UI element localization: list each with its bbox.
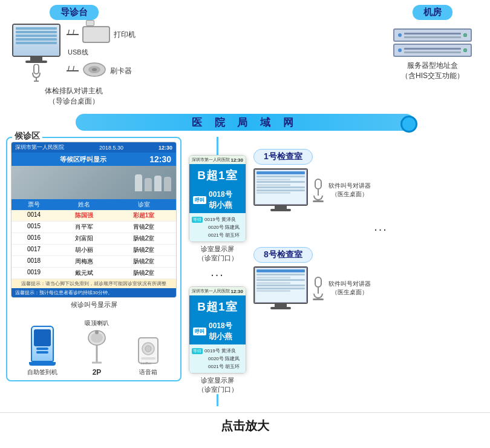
cs-waiting-1: 等待 0019号 黄泽良 0020号 陈建凤 0021号 胡玉环 <box>189 213 246 242</box>
room-8-content: 软件叫号对讲器 （医生桌面） <box>253 266 371 309</box>
top-section: 导诊台 <box>0 0 490 107</box>
clinic-screen-1: 深圳市第一人民医院 12:30 B超1室 呼叫 0018号 胡小燕 等待 001… <box>189 155 246 242</box>
network-bar-area: 医 院 局 域 网 <box>0 114 490 131</box>
sound-box-group: LanBox 语音箱 <box>136 335 160 377</box>
svg-text:LanBox: LanBox <box>141 361 151 365</box>
cs-calling-1: 呼叫 0018号 胡小燕 <box>189 187 246 213</box>
station-caption: 体检排队对讲主机 （导诊台桌面） <box>45 86 103 107</box>
speaker-group: 吸顶喇叭 2P <box>85 315 109 377</box>
cs-room-name-2: B超1室 <box>189 295 246 318</box>
room-8-section: 8号检查室 <box>253 247 484 309</box>
cs-waiting-2: 等待 0019号 黄泽良 0020号 陈建凤 0021号 胡玉环 <box>189 344 246 373</box>
twop-label: 2P <box>93 368 102 377</box>
table-row: 0014 陈国强 彩超1室 <box>11 210 176 222</box>
room-8-caption: 软件叫号对讲器 （医生桌面） <box>328 280 371 297</box>
ws-header: 深圳市第一人民医院 2018.5.30 12:30 <box>11 142 176 153</box>
cs-header-1: 深圳市第一人民医院 12:30 <box>189 156 246 164</box>
waiting-devices: 自助签到机 吸顶喇叭 2P <box>11 315 177 377</box>
sp-monitor-2 <box>253 266 308 304</box>
microphone-icon <box>32 64 41 82</box>
main-diagram: 候诊区 深圳市第一人民医院 2018.5.30 12:30 等候区呼叫显示 12… <box>0 137 490 406</box>
mic-stand-2 <box>313 277 324 300</box>
svg-rect-0 <box>34 64 39 74</box>
kiosk-label: 自助签到机 <box>27 368 57 377</box>
room-1-caption: 软件叫号对讲器 （医生桌面） <box>328 182 371 199</box>
server-area: 机房 服务器型地址盒 （含HIS交互功能） <box>393 5 472 81</box>
bottom-text[interactable]: 点击放大 <box>0 412 490 439</box>
card-reader-label: 刷卡器 <box>110 66 132 76</box>
server-caption: 服务器型地址盒 （含HIS交互功能） <box>401 61 464 81</box>
monitor <box>12 24 60 57</box>
ws-notice: 温馨提示：请当心脚下以免滑到，就诊顺序可能因诊室状况有所调整 <box>11 279 176 288</box>
ws-hospital-img <box>11 166 176 199</box>
room-8-label: 8号检查室 <box>253 247 313 263</box>
printer-icon <box>82 26 110 43</box>
exam-rooms-col: 1号检查室 <box>253 149 484 309</box>
table-row: 0016刘富阳肠镜2室 <box>11 233 176 245</box>
clinic-screens-col: 深圳市第一人民医院 12:30 B超1室 呼叫 0018号 胡小燕 等待 001… <box>189 137 246 406</box>
speaker-label: 吸顶喇叭 <box>85 319 109 328</box>
network-bar: 医 院 局 域 网 <box>76 114 414 131</box>
waiting-area-label: 候诊区 <box>12 131 42 142</box>
cs-header-2: 深圳市第一人民医院 12:30 <box>189 287 246 295</box>
room-1-content: 软件叫号对讲器 （医生桌面） <box>253 168 371 211</box>
room-1-label: 1号检查室 <box>253 149 313 165</box>
table-row: 0015肖平军胃镜2室 <box>11 222 176 233</box>
room-dots: ··· <box>253 222 484 236</box>
clinic-caption-1: 诊室显示屏 （诊室门口） <box>198 245 238 263</box>
server-icon <box>393 28 472 57</box>
station-label: 导诊台 <box>50 5 99 20</box>
waiting-screen: 深圳市第一人民医院 2018.5.30 12:30 等候区呼叫显示 12:30 <box>11 142 177 298</box>
cs-room-name-1: B超1室 <box>189 164 246 187</box>
network-label: 医 院 局 域 网 <box>192 116 298 130</box>
clinic-caption-2: 诊室显示屏 （诊室门口） <box>198 376 238 394</box>
screen-label: 候诊叫号显示屏 <box>11 300 177 309</box>
table-row: 0018周梅惠肠镜2室 <box>11 256 176 268</box>
table-row: 0019戴元斌肠镜2室 <box>11 268 176 279</box>
clinic-screen-2-wrap: 深圳市第一人民医院 12:30 B超1室 呼叫 0018号 胡小燕 等待 001… <box>189 286 246 394</box>
ws-ticker: 温馨提示：预计每位患者看诊约持续30分钟。 <box>11 288 176 297</box>
sp-monitor-1 <box>253 168 308 206</box>
computer-icon <box>12 24 60 82</box>
dots-separator: ··· <box>211 268 224 282</box>
card-reader-icon <box>82 62 106 80</box>
mic-stand-1 <box>313 179 324 202</box>
station-area: 导诊台 <box>12 5 136 107</box>
usb-label: USB线 <box>68 48 88 57</box>
monitor-screen <box>13 25 59 56</box>
kiosk: 自助签到机 <box>27 326 57 377</box>
software-pc-2 <box>253 266 308 309</box>
ws-title-bar: 等候区呼叫显示 12:30 <box>11 153 176 166</box>
svg-point-10 <box>95 331 99 334</box>
sound-box-icon: LanBox <box>136 335 160 366</box>
svg-point-5 <box>92 68 97 71</box>
svg-point-7 <box>91 333 103 343</box>
clinic-screen-2: 深圳市第一人民医院 12:30 B超1室 呼叫 0018号 胡小燕 等待 001… <box>189 286 246 374</box>
ws-table-header: 票号 姓名 诊室 <box>11 199 176 210</box>
software-pc-1 <box>253 168 308 211</box>
table-row: 0017胡小丽肠镜2室 <box>11 245 176 256</box>
speaker-icon <box>85 329 109 372</box>
clinic-screen-1-wrap: 深圳市第一人民医院 12:30 B超1室 呼叫 0018号 胡小燕 等待 001… <box>189 155 246 263</box>
svg-rect-14 <box>141 357 155 360</box>
disk-icon <box>82 62 106 77</box>
server-label: 机房 <box>413 5 452 20</box>
peripherals-area: / / 打印机 USB线 <box>67 26 136 80</box>
cs-calling-2: 呼叫 0018号 胡小燕 <box>189 318 246 344</box>
svg-point-13 <box>145 346 151 352</box>
room-1-section: 1号检查室 <box>253 149 484 211</box>
waiting-area: 候诊区 深圳市第一人民医院 2018.5.30 12:30 等候区呼叫显示 12… <box>6 137 181 381</box>
printer-label: 打印机 <box>114 30 136 40</box>
sound-box-label: 语音箱 <box>139 368 157 377</box>
